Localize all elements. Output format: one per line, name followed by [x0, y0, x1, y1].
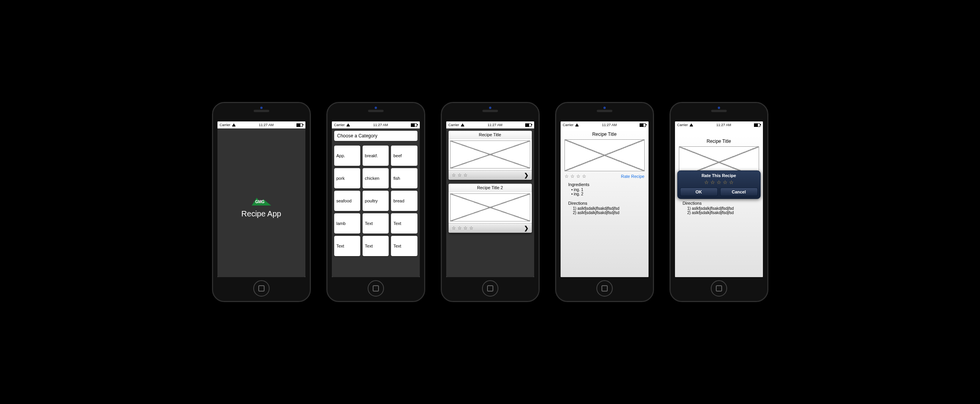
category-tile[interactable]: Text: [363, 236, 389, 256]
battery-icon: [754, 123, 760, 127]
home-button[interactable]: [711, 280, 727, 297]
status-bar: Carrier 11:27 AM: [446, 121, 534, 128]
image-placeholder: [450, 193, 530, 221]
carrier-label: Carrier: [220, 123, 231, 127]
status-bar: Carrier 11:27 AM: [561, 121, 649, 128]
direction-step: 2) aslkfjsdalkjflsakdjflsdjfsd: [687, 211, 759, 215]
category-tile[interactable]: poultry: [363, 191, 389, 211]
direction-step: 2) aslkfjsdalkjflsakdjflsdjfsd: [573, 211, 645, 215]
ingredients-list: • ing. 1 • ing. 2: [572, 188, 645, 196]
direction-step: 1) aslkfjsdalkjflsakdjflsdjfsd: [687, 206, 759, 211]
phone-recipe-list: Carrier 11:27 AM Recipe Title ☆ ☆ ☆ ❯: [441, 102, 540, 302]
category-tile[interactable]: fish: [391, 168, 417, 188]
star-icon[interactable]: ☆: [729, 179, 734, 185]
battery-icon: [640, 123, 646, 127]
star-icon: ☆: [452, 225, 456, 231]
recipe-card-title: Recipe Title: [449, 131, 532, 139]
star-icon: ☆: [458, 172, 462, 178]
category-tile[interactable]: seafood: [334, 191, 360, 211]
app-title: Recipe App: [241, 209, 281, 218]
rating-stars: ☆ ☆ ☆ ☆: [452, 225, 473, 231]
recipe-card[interactable]: Recipe Title ☆ ☆ ☆ ❯: [449, 131, 532, 180]
phone-rate-dialog: Carrier 11:27 AM Recipe Title e a Review…: [670, 102, 768, 302]
cancel-button[interactable]: Cancel: [720, 188, 758, 196]
status-bar: Carrier 11:27 AM: [217, 121, 305, 128]
phone-categories: Carrier 11:27 AM Choose a Category App. …: [326, 102, 425, 302]
star-icon[interactable]: ☆: [717, 179, 721, 185]
logo-text: GMG: [255, 200, 265, 204]
status-bar: Carrier 11:27 AM: [675, 121, 763, 128]
category-tile[interactable]: breakf.: [363, 146, 389, 166]
image-placeholder: [565, 139, 645, 171]
category-tile[interactable]: bread: [391, 191, 417, 211]
ok-button[interactable]: OK: [680, 188, 718, 196]
dialog-stars[interactable]: ☆ ☆ ☆ ☆ ☆: [680, 179, 758, 185]
direction-step: 1) aslkfjsdalkjflsakdjflsdjfsd: [573, 206, 645, 211]
rate-recipe-link[interactable]: Rate Recipe: [621, 174, 645, 179]
wireframe-stage: Carrier 11:27 AM GMG Recipe App Carrier: [196, 86, 784, 318]
star-icon: ☆: [463, 225, 468, 231]
home-button[interactable]: [482, 280, 498, 297]
app-logo: GMG: [250, 195, 273, 206]
chevron-right-icon[interactable]: ❯: [524, 225, 529, 231]
star-icon: ☆: [463, 172, 468, 178]
rating-stars: ☆ ☆ ☆: [452, 172, 468, 178]
directions-list: 1) aslkfjsdalkjflsakdjflsdjfsd 2) aslkfj…: [573, 206, 645, 215]
category-tile[interactable]: Text: [363, 213, 389, 234]
recipe-card-title: Recipe Title 2: [449, 184, 532, 192]
category-tile[interactable]: pork: [334, 168, 360, 188]
category-tile[interactable]: lamb: [334, 213, 360, 234]
wifi-icon: [575, 123, 579, 126]
category-tile[interactable]: beef: [391, 146, 417, 166]
chevron-right-icon[interactable]: ❯: [524, 172, 529, 178]
wifi-icon: [689, 123, 693, 126]
category-grid: App. breakf. beef pork chicken fish seaf…: [332, 143, 420, 258]
battery-icon: [525, 123, 531, 127]
star-icon[interactable]: ☆: [710, 179, 715, 185]
phone-splash: Carrier 11:27 AM GMG Recipe App: [212, 102, 311, 302]
category-tile[interactable]: Text: [391, 213, 417, 234]
star-icon[interactable]: ☆: [723, 179, 728, 185]
directions-header: Directions: [568, 201, 645, 206]
clock: 11:27 AM: [259, 123, 273, 127]
battery-icon: [411, 123, 417, 127]
phone-recipe-detail: Carrier 11:27 AM Recipe Title ☆ ☆ ☆ ☆ Ra…: [555, 102, 654, 302]
recipe-title: Recipe Title: [679, 139, 759, 144]
star-icon: ☆: [452, 172, 456, 178]
category-header: Choose a Category: [334, 131, 417, 141]
category-tile[interactable]: chicken: [363, 168, 389, 188]
star-icon: ☆: [458, 225, 462, 231]
wifi-icon: [346, 123, 350, 126]
ingredient-item: • ing. 1: [572, 188, 645, 192]
star-icon: ☆: [576, 174, 580, 179]
directions-header: Directions: [683, 201, 759, 206]
category-tile[interactable]: Text: [391, 236, 417, 256]
status-bar: Carrier 11:27 AM: [332, 121, 420, 128]
ingredient-item: • ing. 2: [572, 192, 645, 196]
star-icon: ☆: [582, 174, 586, 179]
category-tile[interactable]: App.: [334, 146, 360, 166]
wifi-icon: [232, 123, 236, 126]
star-icon[interactable]: ☆: [704, 179, 709, 185]
star-icon: ☆: [570, 174, 575, 179]
star-icon: ☆: [469, 225, 473, 231]
recipe-card[interactable]: Recipe Title 2 ☆ ☆ ☆ ☆ ❯: [449, 184, 532, 233]
home-button[interactable]: [368, 280, 384, 297]
rate-dialog: Rate This Recipe ☆ ☆ ☆ ☆ ☆ OK Cancel: [677, 170, 761, 199]
category-tile[interactable]: Text: [334, 236, 360, 256]
directions-list: 1) aslkfjsdalkjflsakdjflsdjfsd 2) aslkfj…: [687, 206, 759, 215]
recipe-title: Recipe Title: [565, 132, 645, 137]
star-icon: ☆: [565, 174, 569, 179]
image-placeholder: [450, 141, 530, 169]
ingredients-header: Ingredients: [568, 182, 645, 187]
rating-stars[interactable]: ☆ ☆ ☆ ☆: [565, 174, 586, 179]
wifi-icon: [461, 123, 465, 126]
home-button[interactable]: [253, 280, 270, 297]
battery-icon: [296, 123, 303, 127]
dialog-title: Rate This Recipe: [680, 173, 758, 178]
home-button[interactable]: [596, 280, 613, 297]
